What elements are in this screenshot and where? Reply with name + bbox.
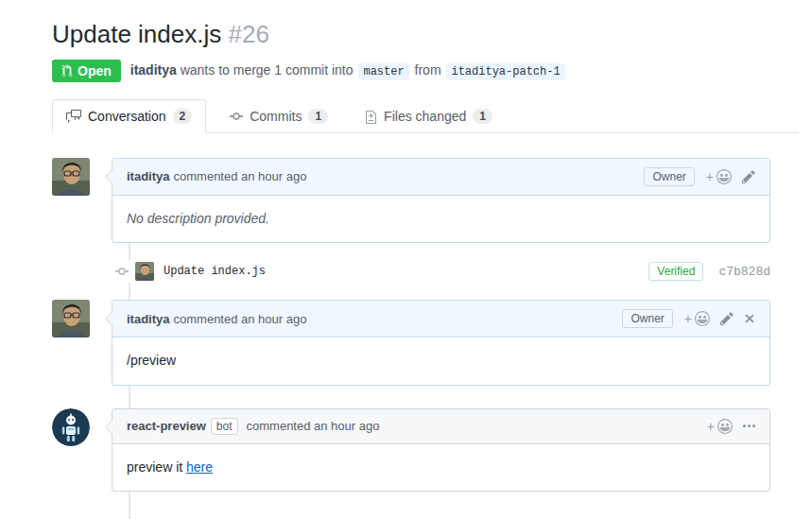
owner-badge: Owner [644, 167, 694, 186]
file-diff-icon [366, 109, 377, 124]
tab-conversation-count: 2 [173, 109, 193, 124]
edit-comment-button[interactable] [720, 311, 734, 326]
comment-timestamp: commented an hour ago [174, 312, 307, 326]
comment-box: itaditya commented an hour ago Owner + N… [112, 158, 770, 244]
add-reaction-button[interactable] [695, 311, 710, 326]
tab-files-changed-label: Files changed [384, 109, 466, 124]
avatar[interactable] [135, 262, 154, 281]
tab-commits-label: Commits [250, 109, 302, 124]
verified-badge[interactable]: Verified [648, 262, 703, 281]
pr-state-label: Open [78, 63, 112, 78]
add-reaction-button[interactable] [717, 419, 733, 434]
comment-header-actions: + [707, 419, 755, 434]
comment-body: No description provided. [112, 196, 769, 243]
comment-author-link[interactable]: itaditya [127, 312, 170, 326]
timeline-comment-3: react-preview bot commented an hour ago … [52, 408, 770, 493]
head-branch-label[interactable]: itaditya-patch-1 [446, 63, 564, 80]
timeline-comment-2: itaditya commented an hour ago Owner + /… [52, 300, 770, 386]
timeline-comment-1: itaditya commented an hour ago Owner + N… [52, 158, 770, 244]
hide-comment-button[interactable] [744, 312, 755, 325]
comment-header-actions: + [684, 311, 755, 326]
comment-header-actions: + [706, 169, 755, 184]
comment-discussion-icon [66, 109, 81, 124]
owner-badge: Owner [622, 309, 672, 328]
page-title: Update index.js #26 [52, 19, 770, 50]
comment-box: itaditya commented an hour ago Owner + /… [112, 300, 770, 386]
tab-commits[interactable]: Commits 1 [216, 99, 342, 133]
git-commit-icon [230, 109, 243, 124]
pr-author-link[interactable]: itaditya [130, 62, 177, 78]
avatar[interactable] [52, 300, 90, 337]
edit-comment-button[interactable] [742, 169, 755, 184]
pr-number: #26 [228, 20, 268, 48]
git-pull-request-icon [61, 64, 73, 78]
comment-header: itaditya commented an hour ago Owner + [112, 159, 769, 196]
tab-commits-count: 1 [308, 109, 328, 124]
tab-files-changed-count: 1 [473, 109, 492, 124]
comment-header: itaditya commented an hour ago Owner + [112, 301, 769, 337]
pr-meta-from: from [415, 62, 441, 78]
pr-tab-bar: Conversation 2 Commits 1 Files changed 1 [52, 99, 799, 133]
comment-body: /preview [112, 337, 769, 385]
plus-icon: + [684, 311, 692, 326]
kebab-menu-icon[interactable] [743, 419, 755, 434]
bot-badge: bot [211, 418, 238, 435]
comment-timestamp: commented an hour ago [174, 169, 307, 183]
tab-conversation-label: Conversation [88, 109, 166, 124]
add-reaction-button[interactable] [717, 169, 732, 184]
comment-body-text: preview it [127, 459, 186, 475]
plus-icon: + [706, 169, 714, 184]
timeline-commit: Update index.js Verified c7b828d [52, 260, 770, 283]
preview-link[interactable]: here [186, 459, 213, 475]
pull-request-page: Update index.js #26 Open itaditya wants … [0, 0, 770, 519]
pr-state-badge: Open [52, 60, 121, 82]
plus-icon: + [707, 419, 715, 434]
pr-meta-text: itaditya wants to merge 1 commit into ma… [130, 62, 567, 78]
git-commit-icon [112, 260, 131, 283]
commit-sha-link[interactable]: c7b828d [718, 265, 770, 279]
comment-body: preview it here [112, 444, 769, 492]
commit-message-link[interactable]: Update index.js [164, 265, 266, 278]
pr-title-text: Update index.js [52, 20, 221, 48]
pr-timeline: itaditya commented an hour ago Owner + N… [52, 158, 770, 519]
pr-meta-action: wants to merge 1 commit into [181, 62, 354, 78]
comment-box: react-preview bot commented an hour ago … [112, 408, 770, 493]
bot-avatar[interactable] [52, 408, 90, 446]
comment-author-link[interactable]: itaditya [127, 169, 170, 183]
pr-meta-row: Open itaditya wants to merge 1 commit in… [52, 60, 770, 82]
comment-author-link[interactable]: react-preview [127, 419, 206, 433]
base-branch-label[interactable]: master [358, 63, 408, 80]
tab-files-changed[interactable]: Files changed 1 [352, 99, 507, 133]
comment-timestamp: commented an hour ago [247, 419, 380, 433]
comment-header: react-preview bot commented an hour ago … [112, 409, 769, 444]
tab-conversation[interactable]: Conversation 2 [52, 99, 206, 133]
avatar[interactable] [52, 158, 90, 196]
